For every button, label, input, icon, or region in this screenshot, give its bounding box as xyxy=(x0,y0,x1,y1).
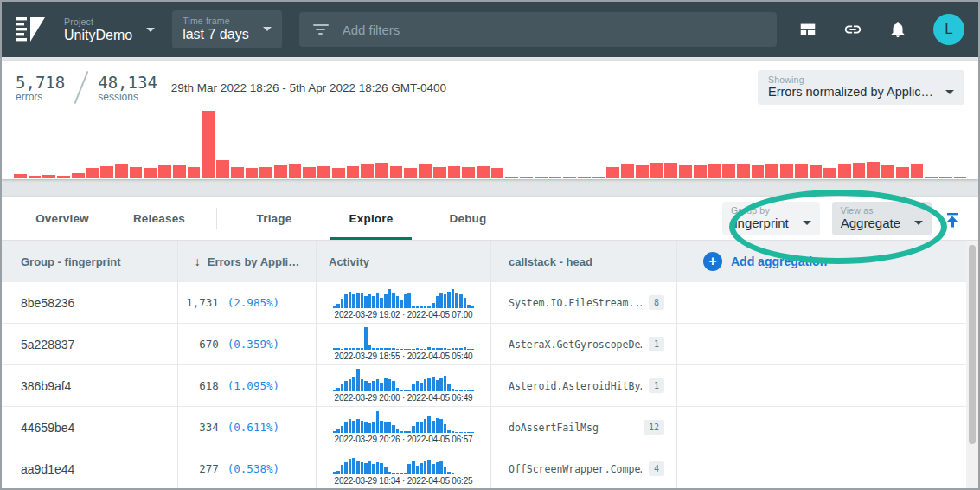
project-selector[interactable]: Project UnityDemo xyxy=(64,16,155,43)
activity-bar xyxy=(416,381,420,391)
activity-bar xyxy=(344,422,348,433)
histogram-bar xyxy=(810,165,823,178)
column-header-errors[interactable]: ↓ Errors by Appli… xyxy=(178,241,317,282)
fingerprint-cell[interactable]: 5a228837 xyxy=(2,324,178,364)
errors-percent: (0.359%) xyxy=(227,338,279,351)
histogram-bar xyxy=(737,164,750,178)
scroll-to-top-icon[interactable] xyxy=(944,210,961,228)
activity-bar xyxy=(356,348,360,350)
histogram-bar xyxy=(606,167,619,178)
errors-count: 5,718 xyxy=(16,73,65,92)
tab-overview[interactable]: Overview xyxy=(14,197,111,240)
add-aggregation-button[interactable]: + Add aggregation xyxy=(677,241,970,282)
activity-bar xyxy=(380,463,383,474)
histogram-bar xyxy=(636,165,649,178)
activity-date-range: 2022-03-29 20:00 · 2022-04-05 06:49 xyxy=(333,393,475,403)
activity-bar xyxy=(352,294,355,308)
activity-bar xyxy=(471,474,475,474)
activity-bar xyxy=(432,421,435,433)
activity-bar xyxy=(432,303,435,309)
link-icon[interactable] xyxy=(843,20,862,39)
table-row[interactable]: 44659be4334(0.611%)2022-03-29 20:26 · 20… xyxy=(2,407,970,448)
user-avatar[interactable]: L xyxy=(933,14,964,45)
table-scrollbar-thumb[interactable] xyxy=(969,245,976,444)
errors-stat: 5,718 errors xyxy=(16,73,65,103)
activity-bar xyxy=(424,306,427,308)
histogram-bar xyxy=(578,177,591,178)
tab-explore[interactable]: Explore xyxy=(323,197,420,240)
column-header-activity[interactable]: Activity xyxy=(317,241,491,282)
activity-bars xyxy=(333,327,475,350)
table-body: 8be582361,731(2.985%)2022-03-29 19:02 · … xyxy=(2,282,970,490)
activity-bar xyxy=(447,384,451,391)
view-as-dropdown[interactable]: View as Aggregate xyxy=(832,202,932,235)
fingerprint-cell[interactable]: 8be58236 xyxy=(2,282,178,323)
callstack-cell: doAssertFailMsg12 xyxy=(491,407,677,448)
activity-bar xyxy=(404,349,407,350)
timeframe-value: last 7 days xyxy=(183,27,248,42)
histogram-bar xyxy=(679,165,692,178)
column-header-fingerprint[interactable]: Group - fingerprint xyxy=(2,241,178,282)
activity-bar xyxy=(467,349,471,350)
activity-bar xyxy=(424,349,427,350)
column-header-callstack[interactable]: callstack - head xyxy=(491,241,677,282)
histogram-bar xyxy=(925,177,938,178)
activity-bars xyxy=(333,369,475,391)
activity-bar xyxy=(336,348,340,350)
activity-bar xyxy=(432,464,435,474)
activity-bar xyxy=(384,378,388,391)
activity-bar xyxy=(333,431,336,433)
histogram-bar xyxy=(86,168,99,178)
activity-bar xyxy=(404,294,407,308)
activity-bar xyxy=(404,390,407,391)
showing-label: Showing xyxy=(768,74,954,85)
histogram-bar xyxy=(911,164,924,178)
table-row[interactable]: aa9d1e44277(0.538%)2022-03-29 18:34 · 20… xyxy=(2,448,970,490)
tab-debug[interactable]: Debug xyxy=(420,197,516,240)
fingerprint-cell[interactable]: 44659be4 xyxy=(2,407,178,448)
group-by-dropdown[interactable]: Group by fingerprint xyxy=(722,202,820,235)
histogram-bar xyxy=(621,164,634,178)
notifications-bell-icon[interactable] xyxy=(888,20,907,39)
timeframe-selector[interactable]: Time frame last 7 days xyxy=(172,10,281,48)
callstack-count-badge: 1 xyxy=(649,337,664,351)
fingerprint-cell[interactable]: aa9d1e44 xyxy=(2,448,178,489)
activity-bar xyxy=(361,293,364,308)
table-row[interactable]: 386b9af4618(1.095%)2022-03-29 20:00 · 20… xyxy=(2,365,970,407)
activity-bar xyxy=(356,461,360,474)
activity-bar xyxy=(356,293,360,308)
histogram-bar xyxy=(939,177,952,178)
showing-dropdown[interactable]: Showing Errors normalized by Applic… xyxy=(758,70,964,105)
backtrace-logo-icon[interactable] xyxy=(16,16,47,43)
callstack-head-text: doAssertFailMsg xyxy=(509,422,637,434)
activity-bar xyxy=(439,293,443,308)
column-header-errors-label: Errors by Appli… xyxy=(208,255,299,268)
activity-bar xyxy=(432,348,435,350)
table-row[interactable]: 8be582361,731(2.985%)2022-03-29 19:02 · … xyxy=(2,282,970,324)
tab-releases[interactable]: Releases xyxy=(111,197,208,240)
errors-count: 618 xyxy=(199,379,219,392)
activity-bar xyxy=(471,349,475,350)
showing-value: Errors normalized by Applic… xyxy=(768,85,933,99)
activity-bar xyxy=(336,304,340,308)
histogram-bar xyxy=(115,164,128,178)
activity-bar xyxy=(372,348,375,350)
activity-sparkline: 2022-03-29 18:55 · 2022-04-05 05:40 xyxy=(333,327,475,361)
activity-bar xyxy=(424,461,427,474)
tab-triage[interactable]: Triage xyxy=(226,197,323,240)
dashboard-icon[interactable] xyxy=(798,20,817,39)
activity-bar xyxy=(459,294,463,308)
callstack-head-text: Asteroid.AsteroidHitBy… xyxy=(509,380,642,392)
histogram-bar xyxy=(867,162,880,178)
table-scrollbar-track[interactable] xyxy=(966,241,978,490)
table-row[interactable]: 5a228837670(0.359%)2022-03-29 18:55 · 20… xyxy=(2,324,970,365)
activity-bar xyxy=(455,474,458,474)
error-histogram xyxy=(14,111,966,179)
results-table: Group - fingerprint ↓ Errors by Appli… A… xyxy=(2,241,970,490)
activity-bar xyxy=(459,474,463,474)
activity-bar xyxy=(380,421,383,433)
fingerprint-cell[interactable]: 386b9af4 xyxy=(2,365,178,406)
activity-bar xyxy=(349,292,352,308)
histogram-bar xyxy=(231,167,244,178)
add-filters-input[interactable]: Add filters xyxy=(299,12,777,47)
